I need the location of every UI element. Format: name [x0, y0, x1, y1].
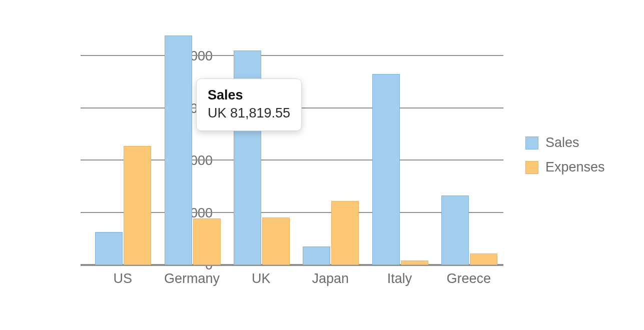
tooltip-title: Sales	[208, 86, 290, 104]
bar-chart: 0 20,000 40,000 60,000 80,000 US Germany…	[0, 0, 644, 330]
x-tick-label: Germany	[164, 271, 220, 286]
x-tick-label: Italy	[387, 271, 412, 286]
legend-swatch-sales	[525, 136, 538, 150]
bar-sales-greece[interactable]	[441, 196, 469, 265]
gridline	[81, 55, 503, 56]
tooltip: Sales UK 81,819.55	[196, 78, 302, 131]
legend: Sales Expenses	[525, 135, 605, 184]
bar-expenses-japan[interactable]	[331, 201, 359, 265]
tooltip-body: UK 81,819.55	[208, 104, 290, 122]
bar-expenses-italy[interactable]	[401, 260, 428, 265]
x-tick-label: UK	[252, 271, 271, 286]
plot-area: US Germany UK Japan Italy Greece	[88, 30, 503, 265]
bar-sales-japan[interactable]	[303, 246, 330, 266]
x-tick-label: Greece	[447, 271, 491, 286]
x-tick-label: US	[113, 271, 132, 286]
bar-expenses-germany[interactable]	[193, 218, 221, 265]
bar-sales-germany[interactable]	[165, 36, 192, 265]
bar-expenses-us[interactable]	[124, 146, 151, 265]
legend-item-sales[interactable]: Sales	[525, 135, 605, 150]
legend-label: Sales	[545, 135, 579, 150]
x-tick-label: Japan	[312, 271, 349, 286]
legend-item-expenses[interactable]: Expenses	[525, 160, 605, 175]
legend-label: Expenses	[545, 160, 605, 175]
legend-swatch-expenses	[525, 161, 538, 174]
bar-expenses-greece[interactable]	[470, 254, 497, 265]
bar-sales-us[interactable]	[95, 232, 123, 265]
bar-expenses-uk[interactable]	[262, 218, 290, 266]
bar-sales-italy[interactable]	[372, 74, 400, 265]
